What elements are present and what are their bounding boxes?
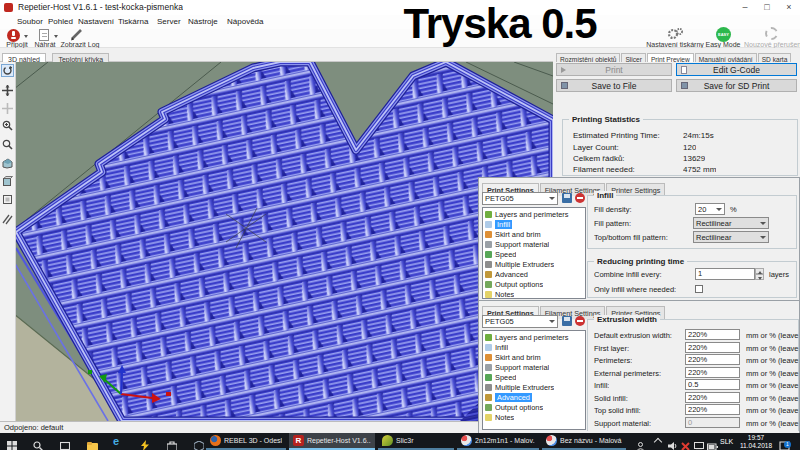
taskbar-app-slic3r[interactable]: Slic3r: [378, 433, 454, 450]
taskbar-app-firefox[interactable]: REBEL 3D - Odeslat...: [206, 433, 286, 450]
connect-icon[interactable]: [7, 29, 20, 42]
settings-tree: Layers and perimeters Infill Skirt and b…: [482, 207, 586, 299]
store-icon[interactable]: [167, 437, 177, 450]
tree-item-output[interactable]: Output options: [485, 279, 543, 289]
extrusion-row-input[interactable]: 220%: [685, 392, 740, 403]
tree-item-layers[interactable]: Layers and perimeters: [485, 332, 569, 342]
preset-select[interactable]: PETG05: [482, 192, 558, 205]
tree-item-notes[interactable]: Notes: [485, 412, 514, 422]
tree-item-support[interactable]: Support material: [485, 362, 549, 372]
show-log-icon[interactable]: [69, 28, 84, 42]
edit-gcode-button[interactable]: Edit G-Code: [676, 63, 797, 76]
tree-item-advanced[interactable]: Advanced: [485, 269, 528, 279]
paint-icon: [546, 435, 557, 446]
save-to-file-button[interactable]: Save to File: [556, 79, 672, 92]
task-view-icon[interactable]: [60, 437, 70, 450]
save-for-sd-button[interactable]: Save for SD Print: [676, 79, 797, 92]
file-explorer-icon[interactable]: [87, 437, 98, 450]
tab-slicer[interactable]: Slicer: [621, 53, 646, 62]
combine-infill-stepper[interactable]: [755, 268, 764, 280]
tree-item-speed[interactable]: Speed: [485, 249, 516, 259]
delete-preset-icon[interactable]: [575, 316, 585, 326]
tree-item-skirt[interactable]: Skirt and brim: [485, 229, 541, 239]
top-bottom-pattern-select[interactable]: Rectilinear: [693, 231, 769, 243]
printer-settings-icon[interactable]: [666, 27, 684, 41]
tray-expand-chevron[interactable]: [654, 438, 662, 446]
easy-mode-label[interactable]: Easy Mode: [700, 41, 746, 48]
tab-manualni-ovladani[interactable]: Manuální ovládání: [695, 53, 757, 62]
minimize-button[interactable]: –: [735, 0, 755, 14]
tree-item-speed[interactable]: Speed: [485, 372, 516, 382]
menu-soubor[interactable]: Soubor: [17, 17, 43, 26]
view-isometric-icon[interactable]: [1, 157, 14, 170]
edge-icon[interactable]: e: [113, 435, 119, 447]
load-dropdown-caret[interactable]: [54, 35, 58, 38]
tree-item-infill[interactable]: Infill: [485, 219, 512, 229]
preset-select[interactable]: PETG05: [482, 315, 558, 328]
tab-print-preview[interactable]: Print Preview: [647, 53, 694, 62]
extrusion-row-input[interactable]: 220%: [685, 404, 740, 415]
tree-item-advanced[interactable]: Advanced: [485, 392, 532, 402]
start-button[interactable]: [7, 437, 17, 450]
view-front-icon[interactable]: [1, 175, 14, 188]
tree-item-notes[interactable]: Notes: [485, 289, 514, 299]
delete-preset-icon[interactable]: [575, 193, 585, 203]
network-icon[interactable]: [694, 437, 704, 450]
menu-napoveda[interactable]: Nápověda: [227, 17, 263, 26]
fill-pattern-select[interactable]: Rectilinear: [693, 217, 769, 229]
combine-infill-input[interactable]: 1: [695, 268, 755, 280]
only-infill-checkbox[interactable]: [695, 285, 703, 293]
search-icon[interactable]: [33, 437, 43, 450]
show-log-button-label[interactable]: Zobrazit Log: [60, 41, 100, 48]
fill-density-select[interactable]: 20: [695, 203, 725, 215]
rotate-tool-icon[interactable]: [1, 64, 14, 77]
tree-item-support[interactable]: Support material: [485, 239, 549, 249]
connect-dropdown-caret[interactable]: [24, 35, 28, 38]
tree-item-extruders[interactable]: Multiple Extruders: [485, 259, 554, 269]
extrusion-row-input[interactable]: 220%: [685, 354, 740, 365]
menu-nastaveni[interactable]: Nastavení: [78, 17, 114, 26]
load-icon[interactable]: [39, 29, 49, 41]
taskbar-app-repetier[interactable]: R Repetier-Host V1.6...: [289, 433, 375, 450]
move-view-tool-icon[interactable]: [1, 84, 14, 97]
clock[interactable]: 19:5711.04.2018: [739, 434, 773, 449]
connect-button-label[interactable]: Připojit: [0, 41, 34, 48]
battery-icon[interactable]: [707, 437, 718, 450]
language-indicator[interactable]: SLK: [720, 438, 733, 445]
bolt-app-icon[interactable]: [140, 437, 150, 450]
taskbar-app-paint-2[interactable]: Bez názvu - Malová...: [542, 433, 626, 450]
tree-item-infill[interactable]: Infill: [485, 342, 508, 352]
extrusion-row-input[interactable]: 220%: [685, 329, 740, 340]
tree-item-layers[interactable]: Layers and perimeters: [485, 209, 569, 219]
zoom-out-tool-icon[interactable]: [1, 138, 14, 151]
load-button-label[interactable]: Náhrát: [30, 41, 60, 48]
viewport-3d[interactable]: [14, 62, 553, 421]
extrusion-row-input[interactable]: 0.5: [685, 379, 740, 390]
tab-sd-karta[interactable]: SD karta: [758, 53, 792, 62]
tree-item-extruders[interactable]: Multiple Extruders: [485, 382, 554, 392]
tree-item-output[interactable]: Output options: [485, 402, 543, 412]
menu-tiskarna[interactable]: Tiskárna: [118, 17, 148, 26]
people-icon[interactable]: [636, 437, 645, 450]
slicer-settings-panel-top: Print SettingsFilament SettingsPrinter S…: [478, 177, 800, 300]
antivirus-icon[interactable]: [681, 437, 690, 450]
taskbar-app-paint-1[interactable]: 2n12m1n1 - Malov...: [457, 433, 539, 450]
zoom-in-tool-icon[interactable]: [1, 119, 14, 132]
extrusion-row-input[interactable]: 220%: [685, 342, 740, 353]
extrusion-row-input[interactable]: 220%: [685, 367, 740, 378]
parallel-projection-icon[interactable]: [1, 213, 14, 226]
volume-icon[interactable]: [668, 437, 678, 450]
save-preset-icon[interactable]: [562, 193, 572, 203]
maximize-button[interactable]: □: [757, 0, 777, 14]
menu-server[interactable]: Server: [157, 17, 181, 26]
easy-mode-icon[interactable]: EASY: [716, 27, 731, 42]
notification-center-icon[interactable]: 1: [779, 437, 790, 450]
view-top-icon[interactable]: [1, 193, 14, 206]
close-button[interactable]: ×: [779, 0, 799, 14]
cube-app-icon[interactable]: [194, 437, 204, 450]
save-preset-icon[interactable]: [562, 316, 572, 326]
tab-rozmisteni-objektu[interactable]: Rozmístění objektů: [556, 53, 620, 62]
menu-pohled[interactable]: Pohled: [48, 17, 73, 26]
menu-nastroje[interactable]: Nástroje: [188, 17, 218, 26]
tree-item-skirt[interactable]: Skirt and brim: [485, 352, 541, 362]
